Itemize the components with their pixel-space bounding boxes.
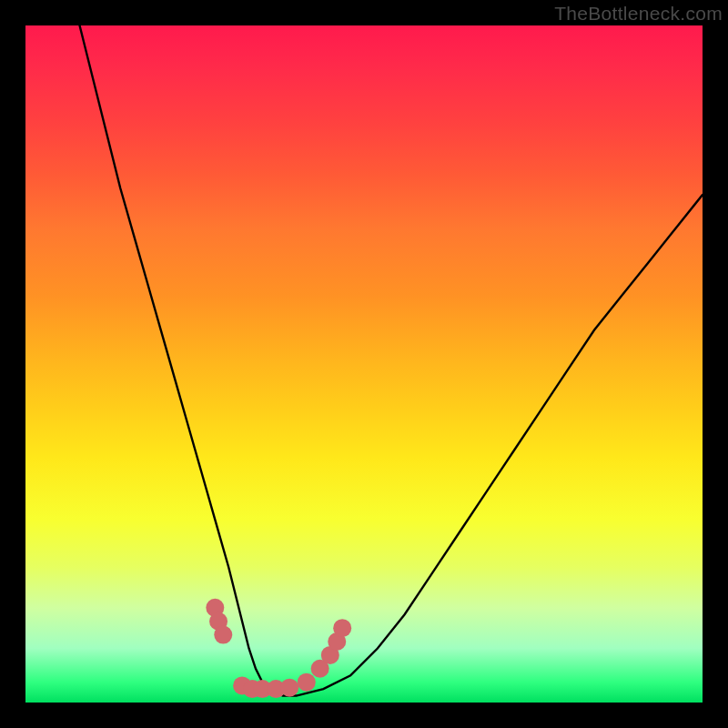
chart-svg (25, 25, 703, 703)
curve-markers (206, 599, 351, 698)
bottleneck-curve (80, 25, 703, 696)
plot-area (25, 25, 703, 703)
attribution-label: TheBottleneck.com (554, 3, 723, 25)
chart-frame: TheBottleneck.com (0, 0, 728, 728)
curve-marker (333, 619, 351, 637)
curve-marker (280, 679, 298, 697)
curve-marker (298, 673, 316, 692)
curve-marker (214, 626, 232, 644)
